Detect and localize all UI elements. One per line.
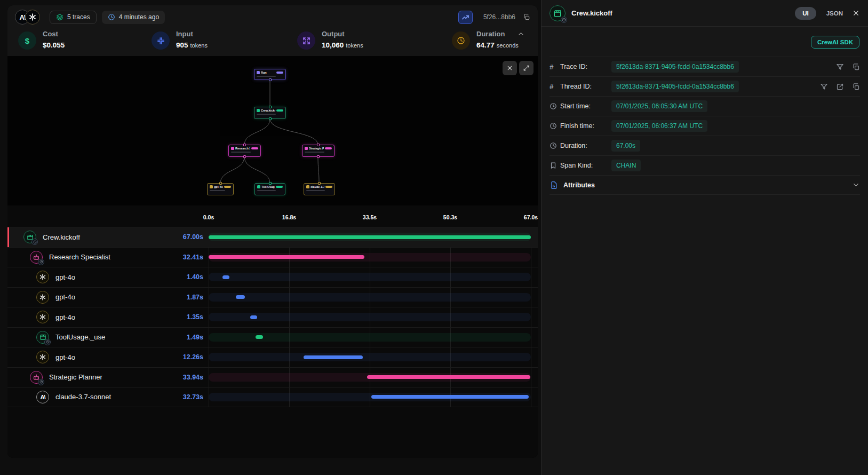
openai-logo-icon (25, 10, 40, 25)
filter-trace-id-button[interactable] (836, 63, 844, 71)
detail-label: Start time: (560, 102, 611, 110)
tab-json[interactable]: JSON (826, 10, 843, 17)
provider-avatars: A\ (15, 10, 40, 25)
waterfall-row[interactable]: gpt-4o1.87s (7, 287, 538, 307)
waterfall-row[interactable]: gpt-4o12.26s (7, 347, 538, 367)
stat-input: Input 905tokens (152, 30, 208, 50)
crew-icon (23, 231, 36, 243)
attributes-section-toggle[interactable]: Attributes (550, 175, 860, 195)
node-label: Research Speciali... (235, 147, 250, 150)
span-bar (209, 235, 531, 239)
stat-output: Output 10,060tokens (297, 30, 363, 50)
node-label: Run (261, 71, 275, 74)
trace-main-area: A\ 5 traces 4 minutes ago (0, 0, 541, 475)
openai-logo-icon (36, 271, 49, 283)
waterfall-row[interactable]: gpt-4o1.35s (7, 307, 538, 327)
waterfall-row[interactable]: A\claude-3.7-sonnet32.73s (7, 387, 538, 407)
span-timeline (209, 307, 531, 327)
stat-unit: tokens (190, 42, 208, 49)
axis-tick: 67.0s (524, 214, 538, 220)
node-handle (317, 144, 320, 146)
node-label: claude-3.7-sonnet (310, 185, 324, 188)
span-duration: 67.00s (183, 233, 203, 241)
copy-trace-id-button[interactable] (523, 13, 530, 21)
span-track (209, 293, 531, 302)
external-link-icon (836, 83, 844, 91)
waterfall-row[interactable]: ToolUsage._use1.49s (7, 327, 538, 347)
expand-graph-button[interactable] (519, 61, 533, 75)
axis-tick: 33.5s (363, 214, 377, 220)
detail-row-thread-id: # Thread ID: 5f2613da-8371-9405-fcdd-0a1… (550, 76, 860, 96)
open-thread-button[interactable] (836, 83, 844, 91)
clock-icon (108, 13, 115, 21)
detail-row-trace-id: # Trace ID: 5f2613da-8371-9405-fcdd-0a15… (550, 57, 860, 76)
thread-id-value[interactable]: 5f2613da-8371-9405-fcdd-0a1534cc8bb6 (611, 81, 739, 92)
stat-duration: Duration 64.77seconds (452, 30, 519, 50)
graph-node[interactable]: Run (254, 69, 286, 80)
node-type-icon (257, 109, 260, 112)
panel-header: Crew.kickoff UI JSON (541, 0, 868, 27)
waterfall-row[interactable]: gpt-4o1.40s (7, 267, 538, 287)
graph-node[interactable]: ToolUsage._use (254, 183, 285, 195)
span-name: Crew.kickoff (43, 233, 80, 241)
node-label: ToolUsage._use (261, 185, 275, 188)
node-subtitle (210, 190, 225, 191)
span-name: ToolUsage._use (55, 333, 105, 341)
clock-badge-icon (44, 339, 51, 345)
node-handle (243, 144, 246, 146)
span-duration: 1.49s (187, 334, 203, 341)
stat-value: 64.77 (476, 41, 495, 49)
axis-tick: 50.3s (443, 214, 457, 220)
panel-title: Crew.kickoff (571, 9, 612, 17)
start-time-value: 07/01/2025, 06:05:30 AM UTC (611, 100, 707, 112)
trace-stats-row: $ Cost $0.055 Input 905tokens (7, 29, 538, 56)
expand-icon (523, 65, 530, 72)
span-name: gpt-4o (55, 273, 75, 281)
stat-value: 905 (176, 41, 188, 49)
waterfall-row[interactable]: Crew.kickoff67.00s (7, 227, 538, 247)
waterfall-row[interactable]: Research Specialist32.41s (7, 247, 538, 267)
node-handle (269, 106, 272, 108)
node-subtitle (305, 152, 324, 153)
copy-trace-id-button[interactable] (852, 63, 860, 71)
close-icon (506, 65, 513, 72)
copy-thread-id-button[interactable] (852, 83, 860, 91)
span-timeline (209, 227, 531, 247)
span-timeline (209, 387, 531, 407)
trace-id-short[interactable]: 5f26...8bb6 (483, 13, 515, 21)
node-subtitle (257, 190, 276, 191)
tab-ui[interactable]: UI (795, 7, 816, 20)
clock-badge-icon (38, 379, 44, 385)
node-handle (269, 78, 272, 81)
openai-logo-icon (36, 291, 49, 304)
trace-id-value[interactable]: 5f2613da-8371-9405-fcdd-0a1534cc8bb6 (611, 61, 739, 73)
filter-thread-id-button[interactable] (820, 83, 828, 91)
close-graph-button[interactable] (503, 61, 517, 75)
view-metrics-button[interactable] (458, 11, 473, 24)
stat-label: Duration (476, 30, 519, 38)
stat-unit: seconds (497, 42, 519, 49)
graph-node[interactable]: Crew.kickoff (254, 107, 286, 119)
node-label: Strategic Planner (309, 147, 324, 150)
chevron-up-icon (517, 30, 525, 38)
span-timeline (209, 248, 531, 267)
close-panel-button[interactable] (852, 9, 860, 17)
waterfall-row[interactable]: Strategic Planner33.94s (7, 367, 538, 387)
span-waterfall: 0.0s 16.8s 33.5s 50.3s 67.0s Crew.kickof… (7, 205, 538, 458)
span-duration: 12.26s (183, 353, 203, 361)
node-type-icon (305, 147, 308, 150)
graph-node[interactable]: claude-3.7-sonnet (304, 183, 335, 195)
graph-node[interactable]: gpt-4o (207, 183, 234, 195)
document-icon (550, 181, 558, 189)
span-bar (209, 255, 364, 259)
node-type-icon (257, 185, 260, 188)
finish-time-value: 07/01/2025, 06:06:37 AM UTC (611, 120, 707, 132)
collapse-stats-button[interactable] (517, 30, 525, 38)
layers-icon (56, 13, 63, 21)
traces-count-badge[interactable]: 5 traces (50, 11, 97, 24)
node-badge (251, 147, 258, 150)
graph-node[interactable]: Research Speciali... (228, 145, 261, 157)
graph-node[interactable]: Strategic Planner (302, 145, 335, 157)
detail-row-finish-time: Finish time: 07/01/2025, 06:06:37 AM UTC (550, 116, 860, 136)
span-duration: 32.41s (183, 254, 203, 261)
